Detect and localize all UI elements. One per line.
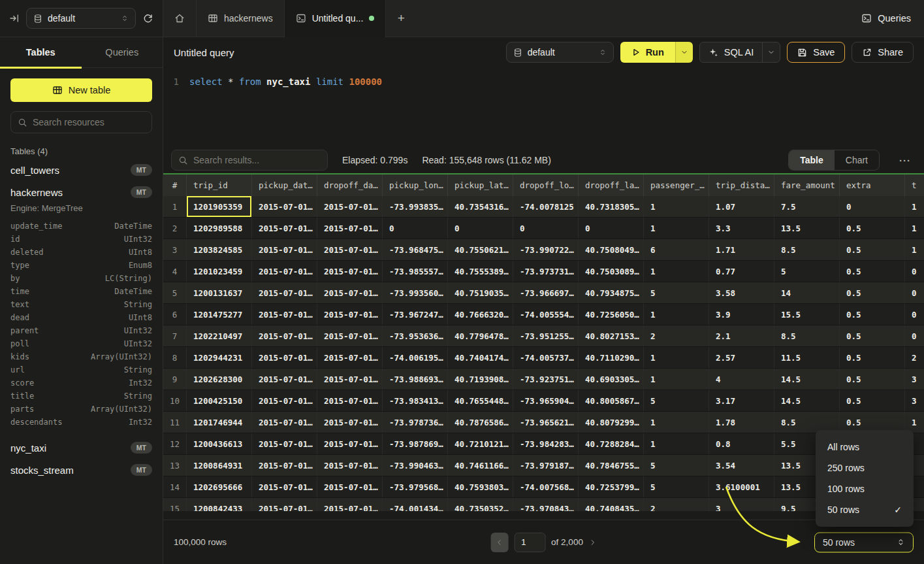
table-cell[interactable]: 1200436613 [187,433,252,454]
table-cell[interactable]: 0.5 [840,347,905,368]
table-cell[interactable]: 14 [774,282,840,303]
sql-ai-button[interactable]: SQL AI [700,42,762,62]
table-cell[interactable]: -73.978736… [383,412,448,433]
table-cell[interactable]: 40.7555389… [448,261,513,282]
table-cell[interactable]: 1202210497 [187,325,252,346]
table-cell[interactable]: -73.985557… [383,261,448,282]
table-cell[interactable]: 1 [644,369,709,390]
table-cell[interactable]: 0 [905,282,924,303]
share-button[interactable]: Share [852,42,914,63]
table-cell[interactable]: 1200842433 [187,498,252,511]
table-cell[interactable]: 0.5 [840,261,905,282]
table-cell[interactable]: 0.5 [840,304,905,325]
table-cell[interactable]: 5 [774,261,840,282]
table-cell[interactable]: -73.966697… [513,282,579,303]
table-row[interactable]: 112019053592015-07-01…2015-07-01…-73.993… [163,196,924,218]
query-database-selector[interactable]: default [506,42,614,63]
rows-menu-item[interactable]: 100 rows [816,478,914,499]
table-cell[interactable]: 40.7193908… [448,369,513,390]
table-cell[interactable]: 1200425150 [187,390,252,411]
table-cell[interactable]: 2015-07-01… [252,369,317,390]
table-cell[interactable]: 40.7408435… [579,498,644,511]
column-header[interactable]: trip_id [187,174,252,196]
table-cell[interactable]: 40.7593803… [448,476,513,497]
table-cell[interactable]: 1.78 [709,412,774,433]
table-cell[interactable]: 40.7253799… [579,476,644,497]
table-cell[interactable]: 40.8027153… [579,325,644,346]
table-cell[interactable]: 2.57 [709,347,774,368]
table-cell[interactable]: 2015-07-01… [252,261,317,282]
row-number-header[interactable]: # [163,174,187,196]
table-cell[interactable]: 1.71 [709,239,774,260]
table-cell[interactable]: 40.7550621… [448,239,513,260]
table-row[interactable]: 1312008649312015-07-01…2015-07-01…-73.99… [163,455,924,476]
queries-button[interactable]: Queries [848,0,924,37]
view-toggle-table[interactable]: Table [789,150,835,170]
table-cell[interactable]: 14.5 [774,369,840,390]
table-cell[interactable]: 0 [905,261,924,282]
table-cell[interactable]: -74.005737… [513,347,579,368]
table-cell[interactable]: 2015-07-01… [252,455,317,476]
table-cell[interactable]: 3 [905,390,924,411]
table-row[interactable]: 1512008424332015-07-01…2015-07-01…-74.00… [163,498,924,511]
table-cell[interactable]: -73.988693… [383,369,448,390]
table-cell[interactable]: 1202989588 [187,218,252,239]
table-cell[interactable]: 14.5 [774,390,840,411]
table-row[interactable]: 412010234592015-07-01…2015-07-01…-73.985… [163,261,924,282]
table-cell[interactable]: 1 [644,433,709,454]
table-cell[interactable]: 40.7876586… [448,412,513,433]
table-cell[interactable]: 40.7404174… [448,347,513,368]
database-selector[interactable]: default [26,8,136,29]
table-cell[interactable]: -74.0078125 [513,196,579,217]
table-cell[interactable]: 1 [644,412,709,433]
table-cell[interactable]: -73.979187… [513,455,579,476]
table-row[interactable]: 1112017469442015-07-01…2015-07-01…-73.97… [163,412,924,433]
table-row[interactable]: 212029895882015-07-01…2015-07-01…000013.… [163,218,924,239]
table-cell[interactable]: 3 [905,369,924,390]
table-cell[interactable]: 0.5 [840,282,905,303]
table-cell[interactable]: 2 [644,325,709,346]
run-options-button[interactable] [675,42,693,63]
table-cell[interactable]: 1201905359 [187,196,252,217]
column-header[interactable]: t [905,174,924,196]
table-cell[interactable]: -73.993835… [383,196,448,217]
table-cell[interactable]: 2015-07-01… [317,282,383,303]
table-cell[interactable]: 40.7318305… [579,196,644,217]
table-cell[interactable]: 2015-07-01… [252,239,317,260]
refresh-icon[interactable] [142,13,153,24]
table-cell[interactable]: 40.7503089… [579,261,644,282]
table-cell[interactable]: 2015-07-01… [252,390,317,411]
table-cell[interactable]: -74.001434… [383,498,448,511]
table-cell[interactable]: 1201475277 [187,304,252,325]
search-resources-input[interactable] [33,117,145,127]
table-cell[interactable]: 13.5 [774,218,840,239]
table-cell[interactable]: 40.7519035… [448,282,513,303]
table-cell[interactable]: -73.993560… [383,282,448,303]
table-cell[interactable]: 1 [644,347,709,368]
table-cell[interactable]: 40.7796478… [448,325,513,346]
table-cell[interactable]: -73.983413… [383,390,448,411]
table-cell[interactable]: 5 [644,455,709,476]
table-row[interactable]: 1012004251502015-07-01…2015-07-01…-73.98… [163,390,924,412]
table-cell[interactable]: 40.7655448… [448,390,513,411]
table-cell[interactable]: 2015-07-01… [317,196,383,217]
table-cell[interactable]: 3.54 [709,455,774,476]
tab-untitled-query[interactable]: Untitled qu... [285,0,387,37]
table-cell[interactable]: 1200864931 [187,455,252,476]
table-cell[interactable]: 2015-07-01… [252,433,317,454]
table-row[interactable]: 512001316372015-07-01…2015-07-01…-73.993… [163,282,924,304]
table-cell[interactable]: -73.951255… [513,325,579,346]
table-cell[interactable]: 1 [905,218,924,239]
table-cell[interactable]: 1 [644,196,709,217]
table-cell[interactable]: 40.7350352… [448,498,513,511]
table-cell[interactable]: 1202628300 [187,369,252,390]
table-cell[interactable]: 40.8079299… [579,412,644,433]
table-cell[interactable]: 0 [448,218,513,239]
table-cell[interactable]: 7.5 [774,196,840,217]
table-cell[interactable]: -73.968475… [383,239,448,260]
table-cell[interactable]: -73.990722… [513,239,579,260]
table-cell[interactable]: 2015-07-01… [317,476,383,497]
table-cell[interactable]: 1200131637 [187,282,252,303]
table-cell[interactable]: 40.7461166… [448,455,513,476]
table-cell[interactable]: 40.6903305… [579,369,644,390]
